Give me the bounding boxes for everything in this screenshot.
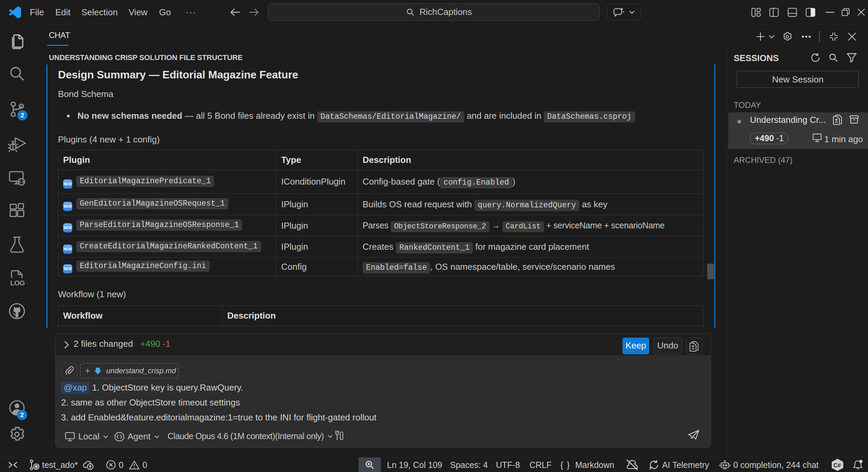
svg-text:C#: C# [833,462,841,469]
svg-text:LOG: LOG [10,279,25,287]
